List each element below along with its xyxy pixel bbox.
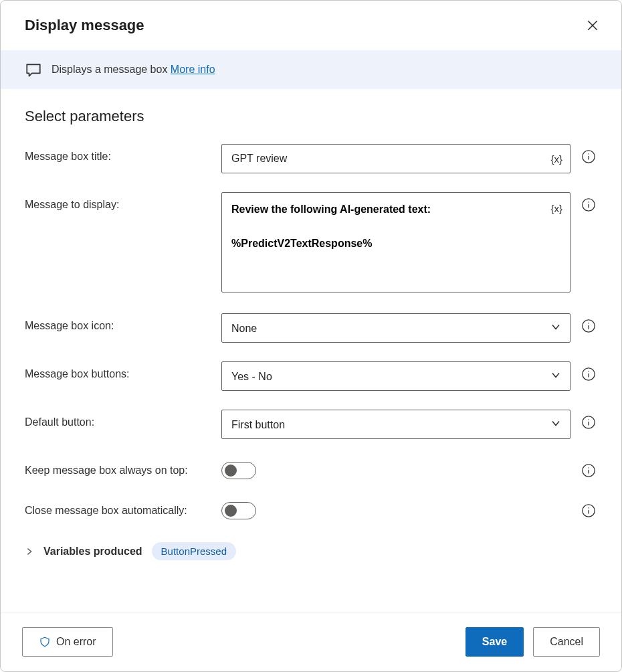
label-message-box-icon: Message box icon: xyxy=(25,313,212,332)
row-always-on-top: Keep message box always on top: xyxy=(25,458,597,479)
on-error-label: On error xyxy=(56,636,96,648)
more-info-link[interactable]: More info xyxy=(171,64,215,75)
toggle-auto-close[interactable] xyxy=(221,502,256,519)
chevron-right-icon xyxy=(25,547,34,556)
info-icon[interactable] xyxy=(581,367,596,382)
variables-produced-label: Variables produced xyxy=(43,545,142,558)
info-band-desc: Displays a message box xyxy=(51,64,171,75)
row-message-to-display: Message to display: {x} xyxy=(25,192,597,295)
input-message-box-title[interactable] xyxy=(221,144,571,173)
dialog-footer: On error Save Cancel xyxy=(1,612,621,671)
info-icon[interactable] xyxy=(581,463,596,478)
section-heading: Select parameters xyxy=(25,108,597,125)
svg-point-18 xyxy=(588,467,589,468)
info-icon[interactable] xyxy=(581,149,596,164)
label-always-on-top: Keep message box always on top: xyxy=(25,458,212,477)
toggle-knob xyxy=(225,465,237,477)
select-message-box-icon[interactable]: None xyxy=(221,313,571,343)
info-icon[interactable] xyxy=(581,319,596,333)
svg-point-6 xyxy=(588,201,589,202)
insert-variable-button[interactable]: {x} xyxy=(549,201,564,216)
dialog-titlebar: Display message xyxy=(1,1,621,50)
info-icon[interactable] xyxy=(581,503,596,518)
svg-point-12 xyxy=(588,371,589,371)
dialog-content: Select parameters Message box title: {x}… xyxy=(1,89,621,612)
label-message-box-title: Message box title: xyxy=(25,144,212,163)
svg-point-9 xyxy=(588,323,589,323)
info-band: Displays a message box More info xyxy=(1,50,621,89)
select-default-button[interactable]: First button xyxy=(221,410,571,439)
info-band-text: Displays a message box More info xyxy=(51,64,215,76)
dialog-title: Display message xyxy=(25,17,144,34)
label-message-box-buttons: Message box buttons: xyxy=(25,361,212,380)
variables-produced-row[interactable]: Variables produced ButtonPressed xyxy=(25,538,597,564)
row-message-box-icon: Message box icon: None xyxy=(25,313,597,343)
input-message-to-display[interactable] xyxy=(221,192,571,292)
variable-chip[interactable]: ButtonPressed xyxy=(152,542,236,560)
info-icon[interactable] xyxy=(581,415,596,430)
close-button[interactable] xyxy=(583,15,603,35)
close-icon xyxy=(587,19,599,31)
cancel-button[interactable]: Cancel xyxy=(533,627,600,657)
svg-point-21 xyxy=(588,507,589,508)
shield-icon xyxy=(39,636,51,648)
display-message-dialog: Display message Displays a message box M… xyxy=(0,0,622,672)
svg-point-3 xyxy=(588,153,589,154)
label-message-to-display: Message to display: xyxy=(25,192,212,211)
row-auto-close: Close message box automatically: xyxy=(25,498,597,519)
row-message-box-buttons: Message box buttons: Yes - No xyxy=(25,361,597,391)
label-auto-close: Close message box automatically: xyxy=(25,498,212,517)
info-icon[interactable] xyxy=(581,197,596,212)
save-button[interactable]: Save xyxy=(465,627,524,657)
toggle-knob xyxy=(225,505,237,517)
insert-variable-button[interactable]: {x} xyxy=(549,152,564,166)
select-message-box-buttons[interactable]: Yes - No xyxy=(221,361,571,391)
label-default-button: Default button: xyxy=(25,410,212,428)
svg-point-15 xyxy=(588,419,589,420)
toggle-always-on-top[interactable] xyxy=(221,462,256,479)
row-default-button: Default button: First button xyxy=(25,410,597,439)
row-message-box-title: Message box title: {x} xyxy=(25,144,597,173)
on-error-button[interactable]: On error xyxy=(22,627,113,657)
message-box-icon xyxy=(25,61,42,78)
